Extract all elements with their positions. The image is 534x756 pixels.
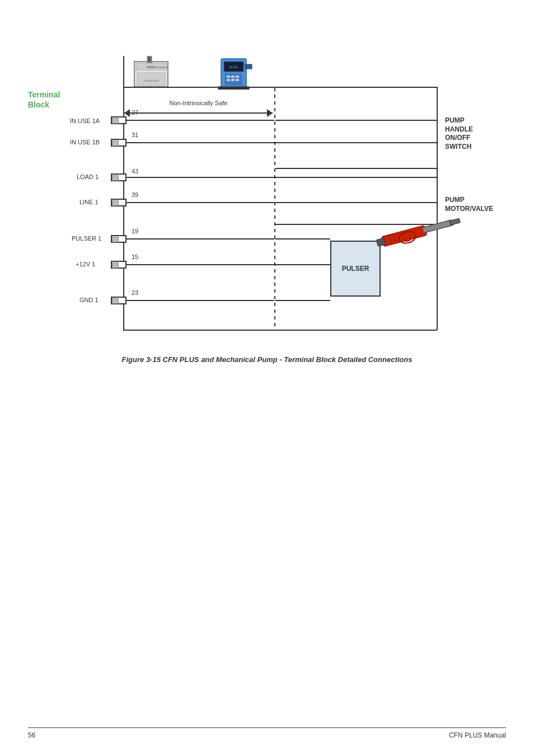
comp-hline-line-1 (275, 202, 437, 203)
pulser-box: PULSER (330, 241, 381, 297)
svg-rect-18 (227, 79, 230, 81)
svg-rect-17 (236, 76, 239, 78)
hline-line-1 (127, 202, 274, 203)
connector-gnd-1 (111, 297, 127, 304)
arrow-line-body (124, 112, 273, 114)
connector-line-1 (111, 199, 127, 206)
hline-gnd-1 (127, 300, 274, 301)
pin-31: 31 (132, 132, 138, 138)
diagram-area: ORPAK CFN PLUS CONTROLLER 00.00 (28, 56, 509, 347)
label-line-1: LINE 1 (79, 199, 99, 205)
terminal-block-label: Terminal Block (28, 90, 67, 110)
pin-39: 39 (132, 191, 138, 198)
label-plus12v-1: +12V 1 (76, 261, 95, 267)
comp-hline-in-use-1a (275, 120, 437, 121)
footer-page-number: 56 (28, 731, 35, 739)
cfn-plus-device: ORPAK CFN PLUS CONTROLLER (132, 56, 182, 89)
hline-plus12v-1 (127, 264, 274, 265)
svg-text:CONTROLLER: CONTROLLER (143, 79, 158, 82)
label-load-1: LOAD 1 (77, 173, 99, 180)
page-footer: 56 CFN PLUS Manual (28, 727, 506, 739)
pin-15: 15 (132, 253, 138, 260)
top-boundary-line (123, 87, 437, 88)
hline-pulser-1 (127, 238, 274, 240)
figure-caption: Figure 3-15 CFN PLUS and Mechanical Pump… (50, 355, 484, 364)
connector-plus12v-1 (111, 261, 127, 269)
svg-rect-16 (231, 76, 235, 78)
comp-hline-gnd (275, 300, 330, 301)
svg-text:ORPAK: ORPAK (146, 65, 156, 69)
svg-rect-20 (236, 79, 239, 81)
hline-load-1 (127, 177, 274, 178)
label-gnd-1: GND 1 (79, 297, 99, 303)
connector-in-use-1b (111, 139, 127, 147)
separator-1 (275, 168, 437, 169)
svg-text:00.00: 00.00 (229, 65, 238, 69)
svg-rect-24 (449, 218, 460, 225)
hline-in-use-1a (127, 120, 274, 121)
svg-rect-5 (148, 57, 151, 62)
terminal-block-left-line (123, 56, 124, 330)
label-pulser-1: PULSER 1 (72, 235, 101, 242)
pin-23: 23 (132, 289, 138, 296)
connector-load-1 (111, 173, 127, 181)
connector-pulser-1 (111, 235, 127, 243)
connector-in-use-1a (111, 116, 127, 124)
comp-hline-load-1 (275, 177, 437, 178)
bottom-boundary-line (123, 330, 437, 331)
comp-hline-in-use-1b (275, 142, 437, 143)
svg-rect-23 (422, 220, 453, 233)
svg-rect-12 (245, 64, 252, 69)
comp-hline-plus12v (275, 264, 330, 265)
pump-handle-label: PUMP HANDLE ON/OFF SWITCH (445, 116, 473, 151)
pin-19: 19 (132, 228, 138, 234)
svg-rect-15 (227, 76, 230, 78)
pin-27: 27 (132, 109, 138, 116)
svg-rect-6 (137, 73, 165, 85)
label-in-use-1a: IN USE 1A (70, 118, 100, 124)
label-in-use-1b: IN USE 1B (70, 139, 100, 145)
fuel-nozzle (375, 207, 465, 254)
arrow-label: Non-Intrinsically Safe (170, 100, 228, 106)
footer-title: CFN PLUS Manual (449, 731, 506, 739)
page-container: ORPAK CFN PLUS CONTROLLER 00.00 (0, 0, 534, 756)
comp-hline-pulser-1 (275, 238, 330, 240)
hline-in-use-1b (127, 142, 274, 143)
svg-rect-19 (231, 79, 235, 81)
middle-divider-line (274, 88, 275, 329)
svg-text:CFN PLUS: CFN PLUS (157, 66, 168, 69)
arrow-right-head (267, 109, 273, 117)
pin-43: 43 (132, 168, 138, 175)
non-intrinsically-safe-arrow: Non-Intrinsically Safe (124, 107, 273, 119)
